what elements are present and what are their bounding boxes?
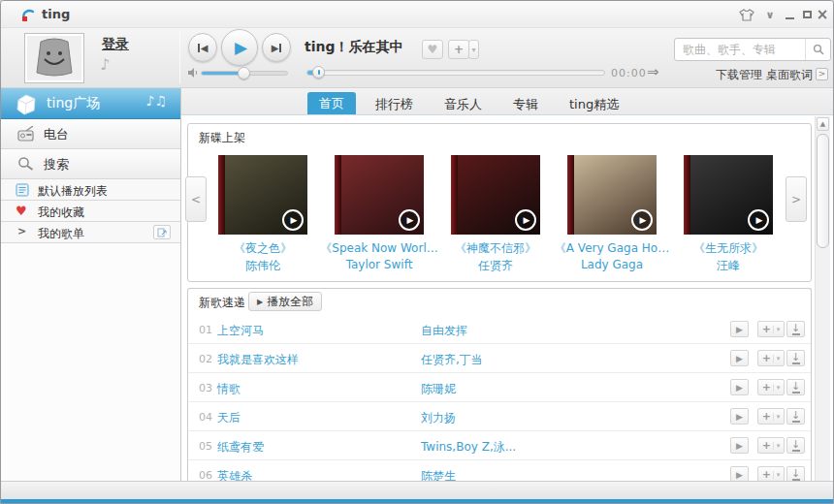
album-play-icon[interactable]: ▶ — [748, 209, 769, 231]
search-button[interactable] — [805, 39, 830, 60]
song-artist-link[interactable]: 自由发挥 — [421, 323, 467, 339]
album-artist-link[interactable]: 汪峰 — [660, 258, 796, 274]
album-card[interactable]: ▶ 《A Very Gaga Ho… Lady Gaga — [567, 155, 657, 281]
album-title-link[interactable]: 《A Very Gaga Ho… — [544, 240, 680, 257]
album-title-link[interactable]: 《生无所求》 — [660, 240, 796, 257]
song-row[interactable]: 02 我就是喜欢这样 任贤齐,丁当 ▶ +▾ ↓ — [188, 344, 811, 373]
tab-charts[interactable]: 排行榜 — [364, 94, 425, 114]
title-bar[interactable]: ting ∨ × — [1, 1, 833, 28]
sidebar-item-my-favorites[interactable]: ♥ 我的收藏 — [1, 201, 180, 222]
song-row[interactable]: 01 上空河马 自由发挥 ▶ +▾ ↓ — [188, 315, 811, 344]
volume-icon[interactable] — [187, 67, 199, 79]
row-play-button[interactable]: ▶ — [730, 437, 749, 454]
carousel-left-button[interactable]: < — [185, 176, 207, 222]
tab-albums[interactable]: 专辑 — [501, 94, 550, 114]
album-play-icon[interactable]: ▶ — [399, 209, 420, 231]
album-play-icon[interactable]: ▶ — [631, 209, 653, 231]
song-title-link[interactable]: 纸鸢有爱 — [217, 439, 264, 456]
row-download-button[interactable]: ↓ — [786, 408, 805, 425]
row-add-button[interactable]: +▾ — [757, 437, 785, 454]
row-download-button[interactable]: ↓ — [786, 379, 805, 395]
tab-ting-picks[interactable]: ting精选 — [558, 94, 630, 114]
scrollbar-thumb[interactable] — [817, 134, 829, 248]
row-add-button[interactable]: +▾ — [757, 350, 785, 366]
song-title-link[interactable]: 天后 — [217, 410, 241, 426]
playlist-expand-icon[interactable]: ⇒ — [647, 63, 659, 80]
album-cover[interactable]: ▶ — [567, 155, 657, 235]
row-add-button[interactable]: +▾ — [757, 379, 785, 395]
add-to-playlist-button[interactable]: + — [448, 40, 469, 59]
scroll-up-button[interactable]: ▲ — [817, 117, 829, 131]
tab-home[interactable]: 首页 — [307, 92, 356, 114]
desktop-lyrics-link[interactable]: 桌面歌词 — [766, 67, 813, 83]
volume-slider[interactable] — [201, 71, 288, 76]
skin-icon[interactable] — [738, 7, 755, 22]
song-title-link[interactable]: 情歌 — [217, 381, 241, 397]
song-artist-link[interactable]: 刘力扬 — [421, 410, 456, 426]
sidebar-item-radio[interactable]: 电台 — [1, 119, 180, 149]
album-cover[interactable]: ▶ — [335, 155, 424, 235]
row-play-button[interactable]: ▶ — [730, 321, 749, 337]
song-artist-link[interactable]: Twins,Boy Z,泳... — [421, 439, 516, 456]
row-play-button[interactable]: ▶ — [730, 408, 749, 425]
row-add-button[interactable]: +▾ — [757, 321, 785, 337]
search-box[interactable] — [674, 38, 831, 61]
next-button[interactable]: ▶ — [262, 33, 291, 62]
row-add-button[interactable]: +▾ — [757, 408, 785, 425]
login-link[interactable]: 登录 — [102, 36, 129, 53]
song-row[interactable]: 05 纸鸢有爱 Twins,Boy Z,泳... ▶ +▾ ↓ — [188, 431, 811, 460]
song-row[interactable]: 04 天后 刘力扬 ▶ +▾ ↓ — [188, 402, 811, 431]
tab-musicians[interactable]: 音乐人 — [433, 94, 494, 114]
song-row[interactable]: 03 情歌 陈珊妮 ▶ +▾ ↓ — [188, 373, 811, 402]
sidebar-item-ting-plaza[interactable]: ting广场 ♪♫ — [1, 88, 180, 119]
row-download-button[interactable]: ↓ — [786, 437, 805, 454]
album-artist-link[interactable]: 任贤齐 — [428, 258, 563, 274]
album-artist-link[interactable]: Taylor Swift — [311, 258, 447, 271]
album-card[interactable]: ▶ 《神魔不信邪》 任贤齐 — [451, 155, 540, 281]
play-button[interactable]: ▶ — [221, 29, 258, 66]
row-download-button[interactable]: ↓ — [786, 350, 805, 366]
album-title-link[interactable]: 《Speak Now Worl… — [311, 240, 447, 257]
volume-thumb[interactable] — [238, 67, 250, 79]
carousel-right-button[interactable]: > — [786, 176, 807, 222]
album-title-link[interactable]: 《神魔不信邪》 — [428, 240, 563, 257]
import-songlist-button[interactable] — [153, 225, 171, 239]
row-play-button[interactable]: ▶ — [730, 379, 749, 395]
album-title-link[interactable]: 《夜之色》 — [195, 240, 331, 257]
album-play-icon[interactable]: ▶ — [282, 209, 304, 231]
song-title-link[interactable]: 我就是喜欢这样 — [217, 352, 299, 368]
sidebar-item-label: ting广场 — [47, 95, 100, 112]
progress-thumb[interactable] — [312, 66, 325, 79]
play-all-button[interactable]: ▶ 播放全部 — [248, 292, 322, 311]
song-row[interactable]: 06 英雄杀 陈楚生 ▶ +▾ ↓ — [188, 460, 811, 483]
album-card[interactable]: ▶ 《夜之色》 陈伟伦 — [218, 155, 307, 281]
download-manager-link[interactable]: 下载管理 — [716, 67, 762, 83]
main-menu-button[interactable]: ∨ — [761, 7, 779, 22]
row-download-button[interactable]: ↓ — [786, 321, 805, 337]
album-card[interactable]: ▶ 《Speak Now Worl… Taylor Swift — [335, 155, 424, 281]
row-play-button[interactable]: ▶ — [730, 350, 749, 366]
minimize-button[interactable] — [781, 7, 798, 22]
sidebar-item-search[interactable]: 搜索 — [1, 149, 180, 179]
close-button[interactable]: × — [814, 7, 831, 22]
album-cover[interactable]: ▶ — [218, 155, 307, 235]
progress-slider[interactable] — [306, 70, 605, 76]
search-input[interactable] — [683, 41, 797, 58]
album-play-icon[interactable]: ▶ — [515, 209, 536, 231]
previous-button[interactable]: ◀ — [188, 33, 217, 62]
album-card[interactable]: ▶ 《生无所求》 汪峰 — [684, 155, 773, 281]
sidebar-item-my-songlists[interactable]: > 我的歌单 — [1, 222, 180, 243]
sidebar-item-default-playlist[interactable]: 默认播放列表 — [1, 179, 180, 201]
song-title-link[interactable]: 上空河马 — [217, 323, 264, 339]
song-artist-link[interactable]: 任贤齐,丁当 — [421, 352, 483, 368]
avatar[interactable] — [24, 33, 84, 83]
favorite-button[interactable]: ♥ — [422, 40, 443, 59]
content-scrollbar[interactable]: ▲ — [815, 116, 830, 481]
album-cover[interactable]: ▶ — [451, 155, 540, 235]
song-artist-link[interactable]: 陈珊妮 — [421, 381, 456, 397]
album-artist-link[interactable]: 陈伟伦 — [195, 258, 331, 274]
add-options-caret[interactable]: ▾ — [468, 40, 479, 59]
album-cover[interactable]: ▶ — [684, 155, 773, 235]
album-artist-link[interactable]: Lady Gaga — [544, 258, 680, 271]
lyrics-chevron-icon[interactable]: > — [816, 68, 828, 80]
